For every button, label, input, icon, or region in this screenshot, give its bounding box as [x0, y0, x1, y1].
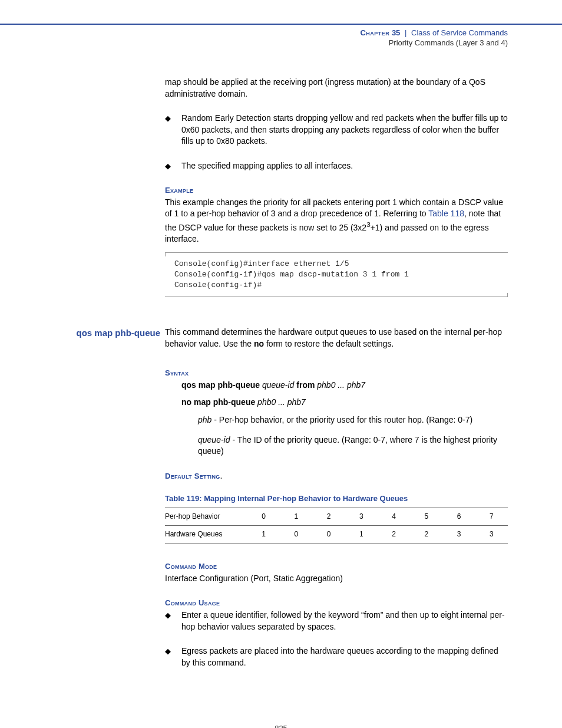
page-footer: – 825 – — [0, 724, 562, 728]
param-phb-desc: - Per-hop behavior, or the priority used… — [211, 415, 472, 424]
header-subtitle: Priority Commands (Layer 3 and 4) — [0, 38, 508, 47]
table-cell: 2 — [313, 508, 345, 526]
chapter-label: Chapter — [360, 28, 389, 37]
param-phb-name: phb — [198, 415, 211, 424]
intro-bullet-2: The specified mapping applies to all int… — [165, 160, 508, 172]
param-phb: phb - Per-hop behavior, or the priority … — [198, 414, 508, 426]
table-118-link[interactable]: Table 118 — [428, 209, 464, 218]
table-cell: 7 — [475, 508, 508, 526]
syntax-no-kw: no map phb-queue — [181, 397, 255, 407]
command-usage-heading: Command Usage — [165, 598, 508, 608]
table-119: Per-hop Behavior 0 1 2 3 4 5 6 7 Hardwar… — [165, 508, 508, 543]
table-cell: 5 — [410, 508, 442, 526]
row-label-queue: Hardware Queues — [165, 526, 247, 543]
syntax-no-arg: phb0 ... phb7 — [257, 397, 306, 407]
command-no-keyword: no — [254, 339, 264, 348]
command-description: This command determines the hardware out… — [165, 327, 508, 350]
param-queueid-name: queue-id — [198, 435, 230, 444]
table-row-queue: Hardware Queues 1 0 0 1 2 2 3 3 — [165, 526, 508, 543]
table-119-title: Table 119: Mapping Internal Per-hop Beha… — [165, 493, 508, 504]
row-label-phb: Per-hop Behavior — [165, 508, 247, 526]
intro-bullet-1: Random Early Detection starts dropping y… — [165, 113, 508, 147]
param-queue-id: queue-id - The ID of the priority queue.… — [198, 434, 508, 457]
content-area: map should be applied at the receiving p… — [165, 77, 508, 668]
table-cell: 2 — [410, 526, 442, 543]
header-line-1: Chapter 35 | Class of Service Commands — [0, 28, 508, 37]
table-cell: 0 — [280, 526, 312, 543]
example-code-block: Console(config)#interface ethernet 1/5 C… — [165, 252, 508, 298]
syntax-block: qos map phb-queue queue-id from phb0 ...… — [181, 380, 508, 457]
syntax-line-1: qos map phb-queue queue-id from phb0 ...… — [181, 380, 508, 391]
command-mode-text: Interface Configuration (Port, Static Ag… — [165, 573, 508, 585]
command-row: qos map phb-queue This command determine… — [47, 327, 508, 350]
page-header: Chapter 35 | Class of Service Commands P… — [0, 25, 562, 47]
table-cell: 1 — [247, 526, 280, 543]
default-setting-dot: . — [220, 471, 223, 480]
table-cell: 3 — [345, 508, 378, 526]
syntax-arg-2: phb0 ... phb7 — [317, 380, 365, 390]
table-cell: 1 — [345, 526, 378, 543]
syntax-kw-1: qos map phb-queue — [181, 380, 260, 390]
command-mode-heading: Command Mode — [165, 561, 508, 572]
command-desc-post: form to restore the default settings. — [264, 339, 394, 348]
default-setting-row: Default Setting. — [165, 470, 508, 482]
table-cell: 6 — [443, 508, 475, 526]
table-cell: 3 — [443, 526, 475, 543]
default-setting-heading: Default Setting — [165, 472, 220, 480]
table-row-phb: Per-hop Behavior 0 1 2 3 4 5 6 7 — [165, 508, 508, 526]
header-separator: | — [402, 28, 409, 37]
table-cell: 0 — [247, 508, 280, 526]
example-heading: Example — [165, 185, 508, 196]
syntax-heading: Syntax — [165, 368, 508, 378]
param-queueid-desc: - The ID of the priority queue. (Range: … — [198, 435, 497, 456]
example-text: This example changes the priority for al… — [165, 197, 508, 245]
table-cell: 4 — [378, 508, 410, 526]
syntax-line-2: no map phb-queue phb0 ... phb7 — [181, 397, 508, 409]
table-cell: 3 — [475, 526, 508, 543]
chapter-title: Class of Service Commands — [411, 28, 508, 37]
command-name: qos map phb-queue — [47, 327, 165, 339]
chapter-number: 35 — [392, 28, 400, 37]
intro-paragraph: map should be applied at the receiving p… — [165, 77, 508, 100]
table-cell: 2 — [378, 526, 410, 543]
table-cell: 1 — [280, 508, 312, 526]
usage-bullet-2: Egress packets are placed into the hardw… — [165, 645, 508, 668]
page: Chapter 35 | Class of Service Commands P… — [0, 24, 562, 728]
usage-bullet-1: Enter a queue identifier, followed by th… — [165, 610, 508, 633]
table-cell: 0 — [313, 526, 345, 543]
syntax-arg-1: queue-id — [262, 380, 295, 390]
syntax-kw-2: from — [296, 380, 315, 390]
